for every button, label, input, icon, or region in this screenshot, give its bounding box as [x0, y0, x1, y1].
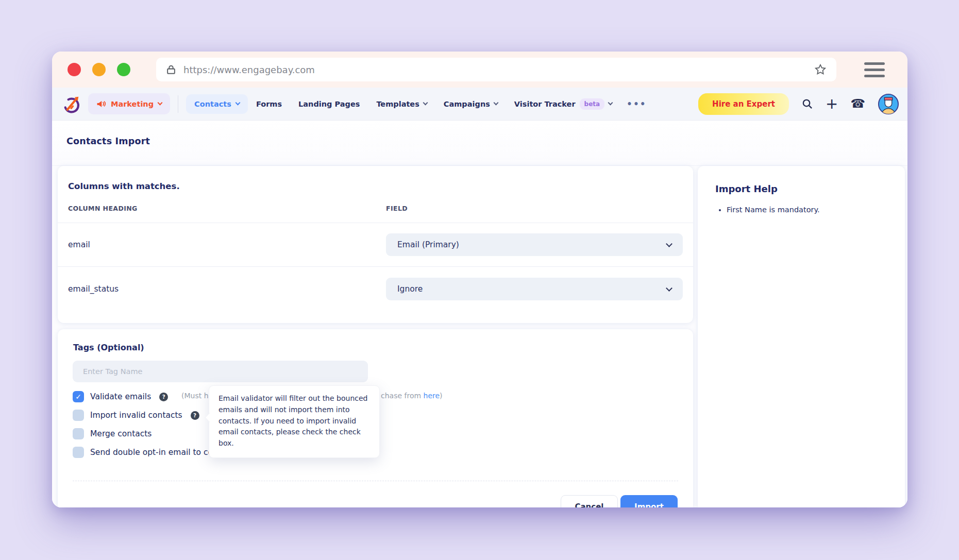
address-bar[interactable]: https://www.engagebay.com — [156, 58, 836, 81]
window-controls — [68, 63, 130, 76]
minimize-window-button[interactable] — [92, 63, 106, 76]
table-row: email Email (Primary) — [58, 223, 693, 267]
marketing-label: Marketing — [111, 100, 154, 108]
hire-an-expert-button[interactable]: Hire an Expert — [698, 93, 789, 115]
field-header: FIELD — [386, 205, 683, 212]
cancel-button[interactable]: Cancel — [561, 495, 618, 507]
columns-matches-card: Columns with matches. COLUMN HEADING FIE… — [58, 166, 693, 323]
browser-chrome: https://www.engagebay.com — [52, 52, 907, 88]
double-opt-in-checkbox[interactable] — [73, 447, 84, 458]
chevron-down-icon — [158, 100, 163, 106]
engagebay-logo-icon[interactable] — [59, 94, 84, 114]
browser-menu-icon[interactable] — [864, 62, 885, 77]
chevron-down-icon — [666, 241, 672, 247]
megaphone-icon — [96, 99, 106, 109]
column-heading-value: email_status — [68, 284, 386, 294]
close-window-button[interactable] — [68, 63, 81, 76]
nav-item-contacts[interactable]: Contacts — [186, 94, 248, 114]
validate-emails-checkbox[interactable]: ✓ — [73, 391, 84, 402]
import-help-card: Import Help First Name is mandatory. — [698, 166, 905, 507]
import-help-title: Import Help — [698, 166, 905, 194]
validate-note-right: chase from here) — [381, 392, 443, 400]
help-icon[interactable]: ? — [191, 411, 199, 420]
tag-name-input[interactable] — [73, 361, 368, 382]
bookmark-star-icon[interactable] — [814, 63, 827, 76]
chevron-down-icon — [608, 100, 613, 106]
nav-more-menu-icon[interactable]: ••• — [627, 99, 647, 109]
chevron-down-icon — [423, 100, 428, 106]
column-heading-value: email — [68, 240, 386, 249]
column-heading-header: COLUMN HEADING — [68, 205, 386, 212]
browser-window: https://www.engagebay.com Marketing — [52, 52, 907, 507]
chevron-down-icon — [235, 100, 240, 106]
nav-item-landing-pages[interactable]: Landing Pages — [298, 100, 360, 108]
chevron-down-icon — [666, 285, 672, 292]
tags-title: Tags (Optional) — [58, 329, 693, 352]
matches-card-title: Columns with matches. — [58, 166, 693, 205]
phone-icon[interactable]: ☎ — [850, 98, 865, 110]
check-icon: ✓ — [75, 393, 81, 400]
table-header-row: COLUMN HEADING FIELD — [58, 205, 693, 223]
marketing-menu[interactable]: Marketing — [88, 93, 170, 114]
email-validator-tooltip: Email validator will filter out the boun… — [209, 385, 380, 458]
help-item: First Name is mandatory. — [727, 206, 905, 214]
merge-contacts-checkbox[interactable] — [73, 428, 84, 439]
user-avatar[interactable] — [878, 93, 899, 115]
nav-item-visitor-tracker[interactable]: Visitor Tracker beta — [514, 98, 612, 110]
import-invalid-contacts-checkbox[interactable] — [73, 410, 84, 421]
import-button[interactable]: Import — [620, 495, 678, 507]
field-select-email[interactable]: Email (Primary) — [386, 233, 683, 256]
page-content: Contacts Import Columns with matches. CO… — [52, 121, 907, 507]
url-text: https://www.engagebay.com — [183, 64, 814, 75]
page-header: Contacts Import — [52, 121, 907, 166]
form-actions: Cancel Import — [561, 495, 678, 507]
section-divider — [73, 481, 678, 481]
add-new-icon[interactable]: + — [826, 96, 838, 111]
nav-item-campaigns[interactable]: Campaigns — [444, 100, 498, 108]
lock-icon — [165, 64, 177, 75]
beta-badge: beta — [580, 98, 605, 110]
validate-note-left: (Must ha — [181, 392, 213, 400]
search-icon[interactable] — [801, 98, 813, 110]
table-row: email_status Ignore — [58, 267, 693, 311]
tags-card: Tags (Optional) ✓ Validate emails ? Impo… — [58, 329, 693, 507]
contacts-label: Contacts — [194, 100, 231, 108]
chevron-down-icon — [493, 100, 498, 106]
maximize-window-button[interactable] — [117, 63, 130, 76]
here-link[interactable]: here — [424, 392, 440, 400]
help-icon[interactable]: ? — [159, 393, 168, 401]
field-select-email-status[interactable]: Ignore — [386, 278, 683, 300]
app-navbar: Marketing Contacts Forms Landing Pages T… — [52, 88, 907, 121]
nav-item-forms[interactable]: Forms — [256, 100, 282, 108]
import-help-list: First Name is mandatory. — [727, 206, 905, 214]
page-title: Contacts Import — [66, 136, 907, 146]
nav-divider — [178, 95, 178, 113]
nav-item-templates[interactable]: Templates — [376, 100, 427, 108]
